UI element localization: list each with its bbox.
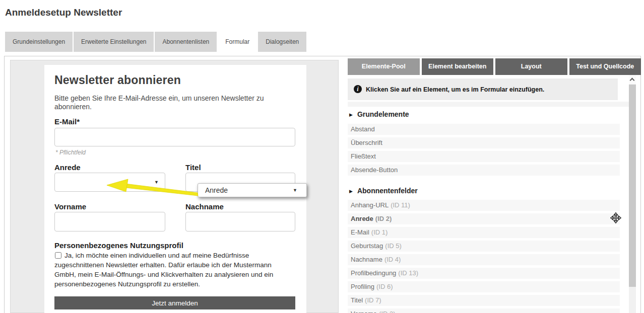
page-title: Anmeldesetup Newsletter (5, 7, 122, 18)
pool-item-label: Anhang-URL (351, 201, 389, 209)
pool-item-ueberschrift[interactable]: Überschrift (348, 137, 620, 148)
consent-text: Ja, ich möchte einen individuellen und a… (54, 252, 273, 288)
pool-item-id: (ID 1) (371, 228, 388, 236)
pool-item-label: Vorname (351, 310, 377, 313)
pool-item-profiling[interactable]: Profiling(ID 6) (348, 281, 620, 292)
pool-item-label: Abstand (351, 125, 375, 133)
pool-item-id: (ID 2) (375, 215, 392, 222)
vorname-field[interactable] (54, 212, 165, 231)
pool-item-label: Fließtext (351, 152, 376, 160)
tab-grundeinstellungen[interactable]: Grundeinstellungen (5, 32, 73, 52)
form-intro-text: Bitte geben Sie Ihre E-Mail-Adresse ein,… (54, 94, 287, 111)
editor-tabbar: Elemente-Pool Element bearbeiten Layout … (348, 58, 641, 75)
pool-item-label: E-Mail (351, 228, 369, 236)
email-label: E-Mail* (54, 117, 80, 126)
chevron-down-icon: ▼ (293, 188, 297, 193)
tab-erweiterte-einstellungen[interactable]: Erweiterte Einstellungen (74, 32, 154, 52)
pool-item-profilbedingung[interactable]: Profilbedingung(ID 13) (348, 268, 620, 279)
nachname-label: Nachname (185, 202, 224, 211)
pool-item-label: Profiling (351, 283, 374, 290)
consent-checkbox[interactable] (55, 252, 61, 259)
editor-tab-test-und-quellcode[interactable]: Test und Quellcode (569, 58, 641, 75)
pool-item-anrede[interactable]: Anrede(ID 2) (348, 213, 620, 224)
pool-item-label: Nachname (351, 256, 382, 263)
pool-item-absende-button[interactable]: Absende-Button (348, 165, 620, 176)
pool-item-geburtstag[interactable]: Geburtstag(ID 5) (348, 241, 620, 252)
consent-block: Ja, ich möchte einen individuellen und a… (54, 251, 287, 289)
pool-item-id: (ID 11) (391, 201, 410, 209)
pool-item-fliesstext[interactable]: Fließtext (348, 151, 620, 162)
element-pool-hint: i Klicken Sie auf ein Element, um es im … (348, 79, 618, 100)
anrede-label: Anrede (54, 163, 81, 172)
pool-item-label: Absende-Button (351, 166, 398, 174)
vorname-label: Vorname (54, 202, 86, 211)
email-field[interactable] (54, 128, 295, 146)
tab-formular[interactable]: Formular (218, 32, 257, 52)
pool-item-anhang-url[interactable]: Anhang-URL(ID 11) (348, 200, 620, 211)
section-title: Abonnentenfelder (357, 187, 418, 195)
pool-item-id: (ID 6) (376, 283, 393, 290)
tab-abonnentenlisten[interactable]: Abonnentenlisten (155, 32, 217, 52)
pool-item-label: Überschrift (351, 139, 382, 146)
scrollbar-thumb[interactable] (629, 85, 636, 287)
pool-item-nachname[interactable]: Nachname(ID 4) (348, 254, 620, 265)
pool-item-abstand[interactable]: Abstand (348, 124, 620, 135)
pool-item-e-mail[interactable]: E-Mail(ID 1) (348, 227, 620, 238)
setup-tabbar: Grundeinstellungen Erweiterte Einstellun… (5, 32, 306, 52)
pool-item-label: Titel (351, 296, 363, 304)
element-pool-hint-text: Klicken Sie auf ein Element, um es im Fo… (366, 86, 544, 93)
pool-item-label: Profilbedingung (351, 269, 396, 277)
section-abonnentenfelder-header[interactable]: ▶Abonnentenfelder (349, 186, 418, 195)
required-hint: * Pflichtfeld (55, 149, 86, 156)
section-divider (348, 102, 629, 107)
pool-item-id: (ID 7) (365, 296, 381, 304)
section-grundelemente-header[interactable]: ▶Grundelemente (349, 110, 409, 119)
move-cursor-icon (610, 212, 621, 223)
section-title: Grundelemente (357, 110, 409, 118)
pool-item-titel[interactable]: Titel(ID 7) (348, 295, 620, 306)
scrollbar-up-button[interactable] (629, 75, 636, 84)
editor-tab-layout[interactable]: Layout (495, 58, 567, 75)
pool-item-id: (ID 13) (398, 269, 418, 277)
drag-direction-arrow-icon (96, 177, 217, 201)
chevron-up-icon (630, 78, 635, 83)
pool-item-vorname[interactable]: Vorname(ID 3) (348, 308, 620, 313)
scrollbar-track[interactable] (629, 75, 636, 313)
triangle-right-icon: ▶ (349, 189, 353, 194)
triangle-right-icon: ▶ (349, 112, 353, 117)
tab-dialogseiten[interactable]: Dialogseiten (258, 32, 306, 52)
editor-tab-elemente-pool[interactable]: Elemente-Pool (348, 58, 420, 75)
profile-heading: Personenbezogenes Nutzungsprofil (54, 241, 183, 250)
pool-item-id: (ID 5) (385, 242, 402, 250)
editor-tab-element-bearbeiten[interactable]: Element bearbeiten (422, 58, 494, 75)
titel-label: Titel (185, 163, 201, 172)
pool-item-id: (ID 4) (384, 256, 401, 263)
pool-item-label: Geburtstag (351, 242, 383, 250)
submit-button[interactable]: Jetzt anmelden (54, 296, 295, 309)
form-title: Newsletter abonnieren (54, 73, 181, 87)
info-icon: i (354, 85, 362, 93)
pool-item-id: (ID 3) (379, 310, 396, 313)
pool-item-label: Anrede (351, 215, 373, 222)
nachname-field[interactable] (185, 212, 295, 231)
